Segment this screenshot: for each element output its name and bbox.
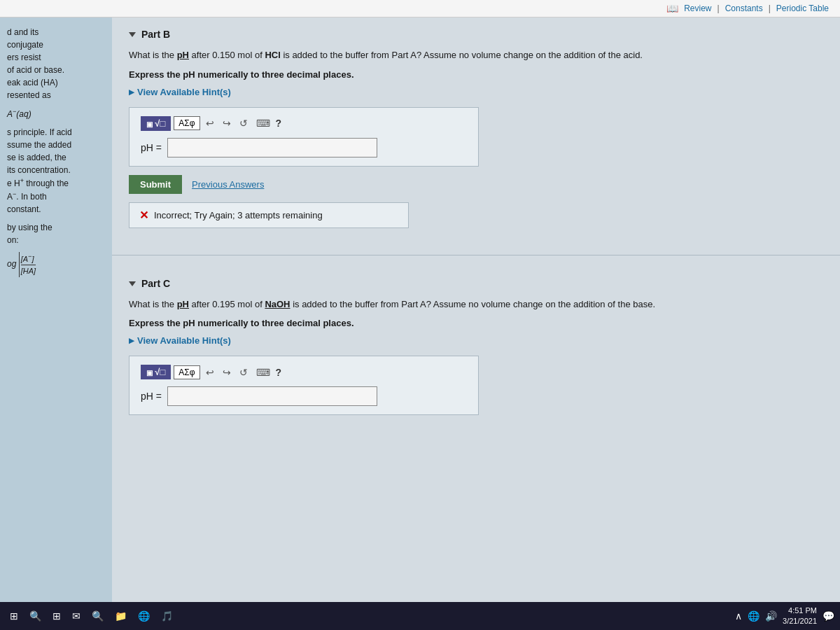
- sidebar-text-3: by using theon:: [7, 221, 105, 246]
- part-c-symbol-btn[interactable]: ΑΣφ: [174, 365, 200, 379]
- part-c-undo-btn[interactable]: ↩: [203, 365, 217, 379]
- clock-time: 4:51 PM: [783, 606, 817, 616]
- part-c-keyboard-btn[interactable]: ⌨: [253, 365, 273, 379]
- review-link[interactable]: Review: [684, 4, 711, 13]
- part-b-prev-answers-link[interactable]: Previous Answers: [192, 179, 264, 190]
- part-b-question: What is the pH after 0.150 mol of HCl is…: [129, 48, 823, 62]
- periodic-table-link[interactable]: Periodic Table: [776, 4, 829, 13]
- part-b-refresh-btn[interactable]: ↺: [237, 116, 251, 130]
- taskbar-start-btn[interactable]: ⊞: [6, 608, 22, 624]
- part-b-ph-label: pH =: [141, 142, 162, 153]
- part-b-instruction: Express the pH numerically to three deci…: [129, 69, 823, 80]
- part-c-chevron[interactable]: [129, 281, 136, 286]
- part-c-instruction: Express the pH numerically to three deci…: [129, 318, 823, 328]
- part-c-ph-label: pH =: [141, 391, 162, 402]
- taskbar-search-btn[interactable]: 🔍: [25, 608, 46, 624]
- part-b-answer-box: ▣ √□ ΑΣφ ↩ ↪ ↺ ⌨ ? pH =: [129, 107, 479, 167]
- part-c-header: Part C: [129, 278, 823, 289]
- part-b-submit-btn[interactable]: Submit: [129, 175, 182, 194]
- part-c-toolbar: ▣ √□ ΑΣφ ↩ ↪ ↺ ⌨ ?: [141, 365, 467, 379]
- taskbar-volume-icon[interactable]: 🔊: [765, 610, 777, 622]
- part-c-hint-link[interactable]: View Available Hint(s): [129, 335, 823, 346]
- sidebar-text-1: d and itsconjugateers resistof acid or b…: [7, 26, 105, 102]
- sidebar-formula-A: A−(aq): [7, 107, 105, 120]
- sidebar-text-2: s principle. If acidssume the addedse is…: [7, 126, 105, 216]
- taskbar-notification-icon[interactable]: 💬: [822, 610, 834, 622]
- taskbar-clock[interactable]: 4:51 PM 3/21/2021: [783, 606, 817, 627]
- error-icon: ✕: [139, 209, 148, 222]
- book-icon: 📖: [666, 3, 678, 14]
- part-c-refresh-btn[interactable]: ↺: [237, 365, 251, 379]
- taskbar: ⊞ 🔍 ⊞ ✉ 🔍 📁 🌐 🎵 ∧ 🌐 🔊 4:51 PM 3/21/2021 …: [0, 602, 840, 630]
- taskbar-browser-btn[interactable]: 🌐: [134, 608, 154, 624]
- part-b-symbol-btn[interactable]: ΑΣφ: [174, 116, 200, 130]
- taskbar-apps-btn[interactable]: ⊞: [48, 608, 65, 624]
- part-b-input-row: pH =: [141, 138, 467, 158]
- part-c-input-row: pH =: [141, 386, 467, 406]
- sidebar: d and itsconjugateers resistof acid or b…: [0, 18, 112, 602]
- part-b-header: Part B: [129, 29, 823, 40]
- part-b-redo-btn[interactable]: ↪: [220, 116, 234, 130]
- constants-link[interactable]: Constants: [725, 4, 763, 13]
- taskbar-music-btn[interactable]: 🎵: [157, 608, 177, 624]
- taskbar-mail-btn[interactable]: ✉: [68, 608, 85, 624]
- part-b-hint-link[interactable]: View Available Hint(s): [129, 87, 823, 97]
- part-b-help-btn[interactable]: ?: [276, 118, 282, 129]
- clock-date: 3/21/2021: [783, 616, 817, 626]
- part-b-keyboard-btn[interactable]: ⌨: [253, 116, 273, 130]
- sidebar-formula-log: og [A−] [HA]: [7, 252, 105, 277]
- part-c-question: What is the pH after 0.195 mol of NaOH i…: [129, 298, 823, 312]
- part-b-undo-btn[interactable]: ↩: [203, 116, 217, 130]
- part-c-help-btn[interactable]: ?: [276, 367, 282, 378]
- taskbar-search2-btn[interactable]: 🔍: [88, 608, 108, 624]
- part-c-toolbar-icon: ▣: [146, 369, 153, 377]
- error-message: Incorrect; Try Again; 3 attempts remaini…: [154, 210, 323, 220]
- part-b-error-box: ✕ Incorrect; Try Again; 3 attempts remai…: [129, 202, 409, 228]
- taskbar-network-icon[interactable]: 🌐: [748, 610, 760, 622]
- main-content: Part B What is the pH after 0.150 mol of…: [112, 18, 840, 602]
- part-c-section: Part C What is the pH after 0.195 mol of…: [112, 267, 840, 435]
- part-c-ph-input[interactable]: [167, 386, 377, 406]
- part-b-chevron[interactable]: [129, 32, 136, 37]
- part-b-label: Part B: [141, 29, 170, 40]
- part-b-ph-input[interactable]: [167, 138, 377, 158]
- part-c-redo-btn[interactable]: ↪: [220, 365, 234, 379]
- top-bar: 📖 Review | Constants | Periodic Table: [0, 0, 840, 18]
- taskbar-chevron-icon[interactable]: ∧: [735, 610, 742, 622]
- taskbar-folder-btn[interactable]: 📁: [111, 608, 131, 624]
- part-b-section: Part B What is the pH after 0.150 mol of…: [112, 18, 840, 252]
- part-b-sqrt-btn[interactable]: ▣ √□: [141, 116, 171, 131]
- part-c-answer-box: ▣ √□ ΑΣφ ↩ ↪ ↺ ⌨ ? pH =: [129, 356, 479, 415]
- part-c-label: Part C: [141, 278, 170, 289]
- part-b-toolbar: ▣ √□ ΑΣφ ↩ ↪ ↺ ⌨ ?: [141, 116, 467, 131]
- part-c-sqrt-btn[interactable]: ▣ √□: [141, 365, 171, 379]
- part-b-toolbar-icon: ▣: [146, 120, 153, 128]
- part-b-submit-row: Submit Previous Answers: [129, 175, 823, 194]
- taskbar-right: ∧ 🌐 🔊 4:51 PM 3/21/2021 💬: [735, 606, 834, 627]
